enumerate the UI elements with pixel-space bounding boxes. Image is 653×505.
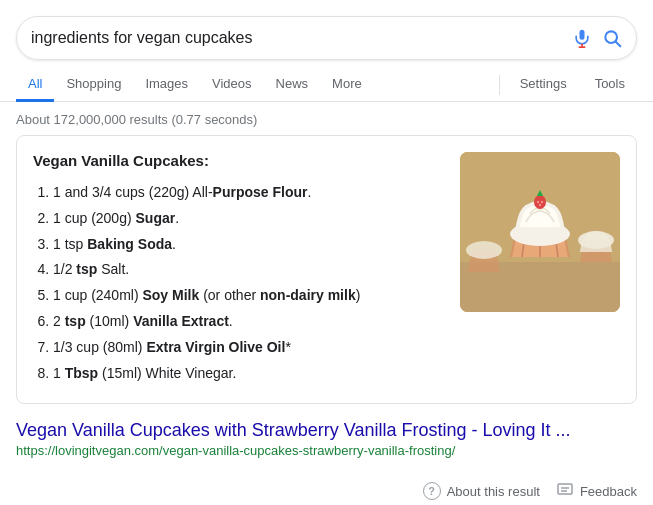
bold-text: Purpose Flour (213, 184, 308, 200)
result-link-title[interactable]: Vegan Vanilla Cupcakes with Strawberry V… (16, 420, 571, 440)
list-item: 1 cup (240ml) Soy Milk (or other non-dai… (53, 284, 444, 308)
svg-point-15 (539, 204, 541, 206)
tab-more[interactable]: More (320, 68, 374, 102)
tab-tools[interactable]: Tools (583, 68, 637, 102)
search-input[interactable] (31, 29, 572, 47)
list-item: 1/3 cup (80ml) Extra Virgin Olive Oil* (53, 336, 444, 360)
tab-settings[interactable]: Settings (508, 68, 579, 102)
svg-line-5 (616, 42, 621, 47)
list-item: 1/2 tsp Salt. (53, 258, 444, 282)
svg-point-14 (541, 201, 543, 203)
nav-left: All Shopping Images Videos News More (16, 68, 491, 101)
search-button[interactable] (602, 28, 622, 48)
bold-text: tsp (76, 261, 97, 277)
about-result-item[interactable]: ? About this result (423, 482, 540, 500)
result-link-section: Vegan Vanilla Cupcakes with Strawberry V… (16, 416, 637, 462)
tab-videos[interactable]: Videos (200, 68, 264, 102)
search-bar-area (0, 0, 653, 60)
tab-divider (499, 75, 500, 95)
svg-rect-18 (558, 484, 572, 494)
bold-text: tsp (65, 313, 86, 329)
list-item: 1 Tbsp (15ml) White Vinegar. (53, 362, 444, 386)
list-item: 1 tsp Baking Soda. (53, 233, 444, 257)
svg-point-17 (466, 241, 502, 259)
tab-images[interactable]: Images (133, 68, 200, 102)
bold-text: Extra Virgin Olive Oil (146, 339, 285, 355)
footer: ? About this result Feedback (0, 474, 653, 505)
svg-rect-0 (580, 30, 585, 40)
bold-text: non-dairy milk (260, 287, 356, 303)
ingredients-list: 1 and 3/4 cups (220g) All-Purpose Flour.… (33, 181, 444, 385)
list-item: 1 and 3/4 cups (220g) All-Purpose Flour. (53, 181, 444, 205)
results-info: About 172,000,000 results (0.77 seconds) (0, 102, 653, 135)
tab-all[interactable]: All (16, 68, 54, 102)
feedback-item[interactable]: Feedback (556, 482, 637, 500)
about-icon: ? (423, 482, 441, 500)
list-item: 2 tsp (10ml) Vanilla Extract. (53, 310, 444, 334)
bold-text: Vanilla Extract (133, 313, 229, 329)
search-icons (572, 28, 622, 48)
nav-right: Settings Tools (508, 68, 637, 101)
bold-text: Tbsp (65, 365, 98, 381)
result-card: Vegan Vanilla Cupcakes: 1 and 3/4 cups (… (16, 135, 637, 404)
tab-shopping[interactable]: Shopping (54, 68, 133, 102)
feedback-label: Feedback (580, 484, 637, 499)
tab-news[interactable]: News (264, 68, 321, 102)
search-box (16, 16, 637, 60)
mic-icon[interactable] (572, 28, 592, 48)
bold-text: Baking Soda (87, 236, 172, 252)
result-url: https://lovingitvegan.com/vegan-vanilla-… (16, 443, 637, 458)
list-item: 1 cup (200g) Sugar. (53, 207, 444, 231)
feedback-icon (556, 482, 574, 500)
nav-tabs: All Shopping Images Videos News More Set… (0, 60, 653, 102)
svg-point-12 (534, 195, 546, 209)
result-content: Vegan Vanilla Cupcakes: 1 and 3/4 cups (… (33, 152, 444, 387)
result-image (460, 152, 620, 312)
about-label: About this result (447, 484, 540, 499)
cupcake-photo (460, 152, 620, 312)
svg-point-13 (537, 201, 539, 203)
bold-text: Soy Milk (142, 287, 199, 303)
bold-text: Sugar (136, 210, 176, 226)
result-card-title: Vegan Vanilla Cupcakes: (33, 152, 444, 169)
